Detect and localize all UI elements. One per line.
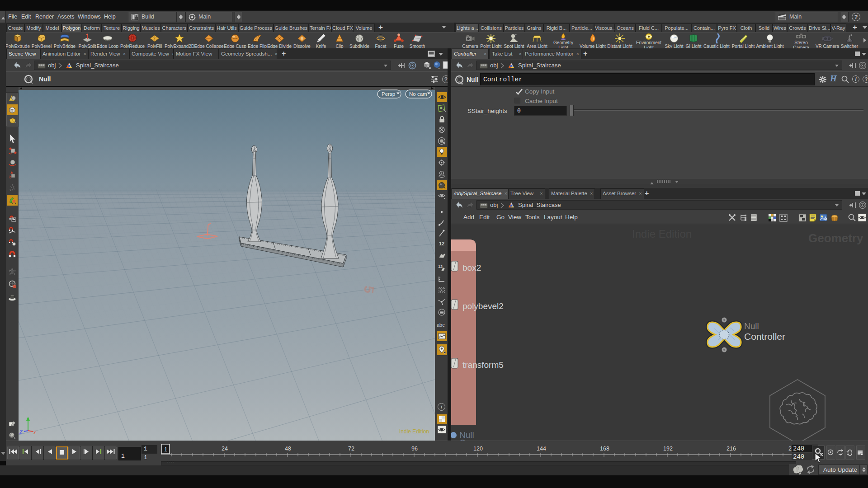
svg-text:Z: Z xyxy=(19,429,23,435)
svg-text:Null: Null xyxy=(744,321,759,331)
svg-text:Indie Edition: Indie Edition xyxy=(399,428,429,435)
svg-text:144: 144 xyxy=(537,446,546,452)
svg-text:12: 12 xyxy=(438,264,443,269)
svg-text:192: 192 xyxy=(663,446,673,452)
svg-text:box2: box2 xyxy=(462,263,481,272)
svg-text:x: x xyxy=(33,429,36,436)
svg-text:transform5: transform5 xyxy=(462,360,504,370)
svg-text:24: 24 xyxy=(222,446,228,452)
svg-text:No cam: No cam xyxy=(409,91,427,97)
svg-text:polybevel2: polybevel2 xyxy=(462,301,504,311)
svg-text:Persp: Persp xyxy=(382,91,395,97)
svg-text:168: 168 xyxy=(600,446,609,452)
svg-text:120: 120 xyxy=(473,446,483,452)
svg-text:216: 216 xyxy=(726,446,736,452)
svg-text:72: 72 xyxy=(348,446,354,452)
svg-text:Controller: Controller xyxy=(744,331,785,342)
svg-text:1: 1 xyxy=(164,446,167,453)
svg-text:Indie Edition: Indie Edition xyxy=(632,228,692,240)
svg-text:Geometry: Geometry xyxy=(808,231,863,245)
svg-text:12: 12 xyxy=(439,241,444,246)
svg-text:2: 2 xyxy=(788,446,792,452)
svg-text:48: 48 xyxy=(285,446,291,452)
svg-text:96: 96 xyxy=(411,446,418,452)
